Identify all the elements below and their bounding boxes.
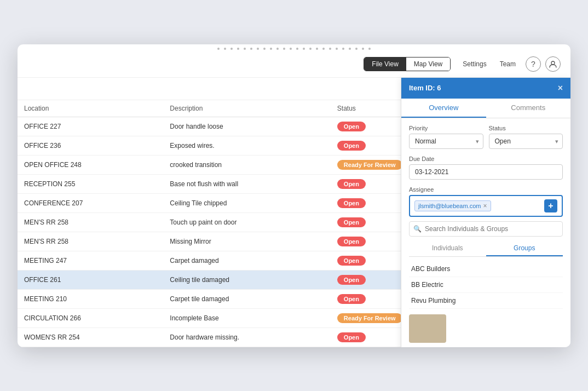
assignee-email: jlsmith@bluebeam.com	[418, 203, 481, 209]
status-badge: Open	[337, 217, 366, 227]
status-select[interactable]: Open In Progress Ready For Review Closed	[489, 134, 563, 149]
assignee-tag: jlsmith@bluebeam.com ×	[414, 200, 491, 211]
svg-point-0	[551, 61, 555, 65]
cell-location: RECEPTION 255	[18, 174, 163, 193]
app-window: File View Map View Settings Team ? ⇧ Exp…	[18, 44, 570, 347]
status-badge: Open	[337, 294, 366, 304]
help-icon[interactable]: ?	[526, 56, 541, 72]
add-assignee-button[interactable]: +	[544, 199, 557, 212]
cell-description: Door handle loose	[163, 117, 331, 136]
photo-thumbnail	[409, 314, 446, 343]
cell-description: Ceiling tile damaged	[163, 270, 331, 289]
status-badge: Open	[337, 237, 366, 246]
panel-close-button[interactable]: ×	[558, 83, 563, 93]
cell-description: Missing Mirror	[163, 232, 331, 251]
status-badge: Ready For Review	[337, 313, 402, 323]
tab-comments[interactable]: Comments	[486, 99, 571, 118]
dots-top	[18, 44, 570, 51]
cell-location: MEETING 247	[18, 251, 163, 270]
assignee-label: Assignee	[409, 186, 563, 193]
cell-location: CONFERENCE 207	[18, 193, 163, 212]
cell-description: crooked transition	[163, 155, 331, 174]
status-badge: Open	[337, 275, 366, 285]
search-wrapper: 🔍	[409, 221, 563, 237]
cell-description: Carpet tile damaged	[163, 289, 331, 308]
cell-description: Exposed wires.	[163, 136, 331, 155]
cell-description: Base not flush with wall	[163, 174, 331, 193]
status-badge: Open	[337, 332, 366, 342]
remove-assignee-button[interactable]: ×	[483, 202, 487, 210]
group-item[interactable]: BB Electric	[409, 277, 563, 293]
cell-location: MEN'S RR 258	[18, 212, 163, 232]
due-date-label: Due Date	[409, 156, 563, 162]
cell-location: OFFICE 227	[18, 117, 163, 136]
cell-location: MEETING 210	[18, 289, 163, 308]
status-select-wrapper: Open In Progress Ready For Review Closed	[489, 134, 563, 149]
nav-team[interactable]: Team	[494, 58, 521, 71]
status-col: Status Open In Progress Ready For Review…	[489, 125, 563, 149]
tab-file-view[interactable]: File View	[364, 58, 406, 71]
item-panel: Item ID: 6 × Overview Comments Priority …	[401, 78, 570, 347]
cell-location: WOMEN'S RR 254	[18, 327, 163, 347]
priority-col: Priority Normal Low High Critical	[409, 125, 483, 149]
search-icon: 🔍	[413, 225, 422, 233]
assignee-box: jlsmith@bluebeam.com × +	[409, 195, 563, 217]
status-badge: Open	[337, 141, 366, 151]
group-item[interactable]: Revu Plumbing	[409, 293, 563, 309]
panel-header: Item ID: 6 ×	[401, 78, 570, 99]
sub-tabs: Individuals Groups	[409, 241, 563, 257]
view-tab-group: File View Map View	[364, 57, 451, 71]
sub-tab-groups[interactable]: Groups	[486, 241, 563, 256]
panel-tabs: Overview Comments	[401, 99, 570, 118]
panel-body: Priority Normal Low High Critical Status	[401, 118, 570, 347]
group-item[interactable]: ABC Builders	[409, 261, 563, 277]
cell-description: Touch up paint on door	[163, 212, 331, 232]
status-badge: Open	[337, 122, 366, 131]
tab-overview[interactable]: Overview	[401, 99, 486, 118]
search-input[interactable]	[409, 221, 563, 237]
user-icon[interactable]	[545, 56, 561, 72]
group-list: ABC Builders BB Electric Revu Plumbing	[409, 261, 563, 309]
cell-location: OPEN OFFICE 248	[18, 155, 163, 174]
status-badge: Open	[337, 256, 366, 266]
cell-location: OFFICE 261	[18, 270, 163, 289]
cell-location: MEN'S RR 258	[18, 232, 163, 251]
panel-title: Item ID: 6	[409, 84, 441, 92]
priority-select[interactable]: Normal Low High Critical	[409, 134, 483, 149]
cell-description: Incomplete Base	[163, 308, 331, 327]
col-location: Location	[18, 100, 163, 117]
priority-label: Priority	[409, 125, 483, 131]
top-nav: File View Map View Settings Team ?	[18, 51, 570, 78]
status-badge: Open	[337, 198, 366, 208]
cell-location: OFFICE 236	[18, 136, 163, 155]
due-date-input[interactable]	[409, 164, 563, 180]
cell-description: Carpet damaged	[163, 251, 331, 270]
assignee-tags: jlsmith@bluebeam.com ×	[414, 200, 544, 211]
status-badge: Ready For Review	[337, 160, 402, 170]
col-description: Description	[163, 100, 331, 117]
nav-settings[interactable]: Settings	[457, 58, 492, 71]
status-label: Status	[489, 125, 563, 131]
main-content: ⇧ Export Location Description Status Ass…	[18, 78, 570, 347]
priority-select-wrapper: Normal Low High Critical	[409, 134, 483, 149]
priority-status-row: Priority Normal Low High Critical Status	[409, 125, 563, 149]
tab-map-view[interactable]: Map View	[406, 58, 450, 71]
cell-location: CIRCULATION 266	[18, 308, 163, 327]
cell-description: Door hardware missing.	[163, 327, 331, 347]
sub-tab-individuals[interactable]: Individuals	[409, 241, 486, 256]
status-badge: Open	[337, 179, 366, 189]
cell-description: Ceiling Tile chipped	[163, 193, 331, 212]
